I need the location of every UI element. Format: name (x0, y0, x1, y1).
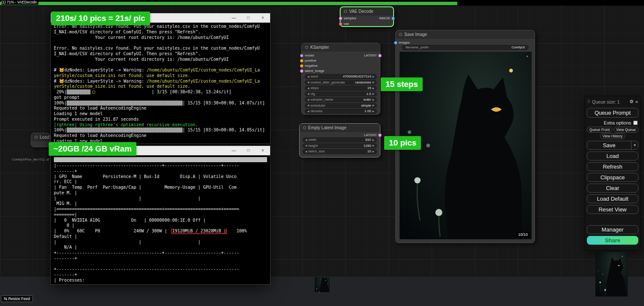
widget-decrement-icon[interactable]: ◀ (307, 98, 309, 101)
widget-decrement-icon[interactable]: ◀ (305, 139, 307, 141)
node-empty-latent-image[interactable]: Empty Latent Image LATENT ◀width832▶ ◀he… (299, 123, 380, 157)
widget-batch-size[interactable]: ◀batch_size10▶ (303, 149, 377, 154)
widget-decrement-icon[interactable]: ◀ (307, 104, 309, 107)
clear-button[interactable]: Clear (587, 184, 638, 193)
comfyui-canvas[interactable]: Load C ComfyUI/Flux_dev-f1Q..af KSampler… (0, 0, 644, 306)
input-port-vae[interactable]: vae (339, 22, 349, 26)
terminal-window-comfyui-log[interactable]: — □ × Error. No naistyles.csv found. Put… (50, 13, 271, 144)
widget-control-after-generate[interactable]: ◀control_after_generaterandomize▶ (305, 80, 377, 85)
widget-width[interactable]: ◀width832▶ (303, 137, 377, 143)
port-dot-icon[interactable] (300, 64, 303, 68)
collapse-dot-icon[interactable] (35, 136, 38, 139)
input-port-positive[interactable]: positive (300, 59, 316, 62)
sidebar-image-thumbnail[interactable] (595, 252, 628, 297)
widget-decrement-icon[interactable]: ◀ (307, 110, 309, 113)
input-port-latent-image[interactable]: latent_image (300, 69, 324, 73)
save-button[interactable]: Save ▼ (587, 141, 638, 150)
image-close-icon[interactable]: × (525, 54, 529, 59)
port-dot-icon[interactable] (300, 54, 303, 57)
widget-filename-prefix[interactable]: filename_prefixComfyUI (402, 45, 529, 50)
node-vae-decode[interactable]: VAE Decode samples vae IMAGE (340, 6, 394, 27)
port-dot-icon[interactable] (391, 17, 395, 20)
close-icon[interactable]: × (256, 146, 270, 155)
port-dot-icon[interactable] (378, 54, 382, 57)
collapse-dot-icon[interactable] (303, 126, 306, 129)
widget-cfg[interactable]: ◀cfg1.0▶ (305, 92, 377, 97)
widget-decrement-icon[interactable]: ◀ (305, 144, 307, 147)
node-load-checkpoint[interactable]: Load C (31, 133, 50, 147)
collapse-dot-icon[interactable] (305, 46, 308, 49)
widget-seed[interactable]: ◀seed470000814227114▶ (305, 74, 377, 79)
input-port-samples[interactable]: samples (339, 16, 356, 20)
feed-image-thumbnail[interactable] (314, 276, 330, 293)
port-dot-icon[interactable] (394, 41, 397, 45)
collapse-dot-icon[interactable] (399, 33, 402, 36)
widget-denoise[interactable]: ◀denoise1.00▶ (305, 109, 377, 114)
resize-feed-button[interactable]: ⇆ Resize Feed (1, 295, 33, 302)
node-titlebar[interactable]: KSampler (302, 43, 380, 51)
load-default-button[interactable]: Load Default (587, 194, 638, 203)
node-titlebar[interactable]: Load C (31, 133, 50, 141)
collapse-dot-icon[interactable] (344, 10, 347, 13)
widget-sampler-name[interactable]: ◀sampler_nameeuler▶ (305, 97, 377, 102)
drag-handle-icon[interactable]: ⠿ (587, 99, 590, 104)
manager-button[interactable]: Manager (587, 225, 638, 234)
widget-value: simple (326, 104, 371, 107)
input-port-negative[interactable]: negative (300, 64, 318, 68)
node-titlebar[interactable]: Save Image (396, 30, 535, 39)
widget-scheduler[interactable]: ◀schedulersimple▶ (305, 103, 377, 108)
minimize-icon[interactable]: — (226, 13, 241, 23)
widget-increment-icon[interactable]: ▶ (372, 104, 374, 107)
settings-gear-icon[interactable]: ⚙ (629, 99, 634, 104)
port-dot-icon[interactable] (300, 59, 303, 62)
widget-increment-icon[interactable]: ▶ (372, 81, 374, 83)
queue-front-button[interactable]: Queue Front (587, 127, 612, 133)
maximize-icon[interactable]: □ (241, 13, 256, 23)
widget-increment-icon[interactable]: ▶ (372, 110, 374, 113)
widget-increment-icon[interactable]: ▶ (372, 139, 374, 141)
close-icon[interactable]: × (256, 13, 270, 23)
output-port-image[interactable]: IMAGE (379, 16, 395, 20)
widget-height[interactable]: ◀height1280▶ (303, 143, 377, 149)
node-ksampler[interactable]: KSampler model positive negative latent_… (301, 43, 380, 115)
view-queue-button[interactable]: View Queue (614, 127, 638, 133)
port-dot-icon[interactable] (300, 69, 303, 73)
reset-view-button[interactable]: Reset View (587, 205, 638, 214)
port-dot-icon[interactable] (339, 17, 342, 20)
minimize-icon[interactable]: — (226, 146, 241, 155)
view-history-button[interactable]: View History (600, 133, 625, 139)
widget-increment-icon[interactable]: ▶ (372, 92, 374, 95)
clipspace-button[interactable]: Clipspace (587, 173, 638, 182)
save-dropdown-arrow-icon[interactable]: ▼ (631, 141, 638, 149)
node-titlebar[interactable]: VAE Decode (341, 7, 393, 15)
widget-steps[interactable]: ◀steps15▶ (305, 86, 377, 91)
node-titlebar[interactable]: Empty Latent Image (300, 124, 380, 132)
input-port-model[interactable]: model (300, 53, 314, 57)
log-line: 0 | (54, 223, 267, 229)
terminal-window-nvidia-smi[interactable]: — □ × |---------------------------------… (50, 146, 271, 285)
port-dot-icon[interactable] (378, 134, 382, 137)
maximize-icon[interactable]: □ (241, 146, 256, 155)
save-button-label[interactable]: Save (587, 141, 631, 149)
input-port-images[interactable]: images (394, 41, 410, 45)
widget-decrement-icon[interactable]: ◀ (307, 81, 309, 83)
share-button[interactable]: Share (587, 236, 638, 245)
widget-increment-icon[interactable]: ▶ (372, 144, 374, 147)
widget-increment-icon[interactable]: ▶ (372, 98, 374, 101)
widget-decrement-icon[interactable]: ◀ (307, 87, 309, 89)
widget-increment-icon[interactable]: ▶ (372, 75, 374, 78)
extra-options-checkbox[interactable] (633, 121, 638, 125)
widget-increment-icon[interactable]: ▶ (372, 150, 374, 153)
widget-decrement-icon[interactable]: ◀ (305, 150, 307, 153)
output-port-latent[interactable]: LATENT (364, 133, 382, 137)
widget-decrement-icon[interactable]: ◀ (307, 92, 309, 95)
widget-increment-icon[interactable]: ▶ (372, 87, 374, 89)
port-dot-icon[interactable] (339, 22, 342, 26)
queue-prompt-button[interactable]: Queue Prompt (587, 108, 638, 118)
menu-close-icon[interactable]: × (635, 99, 638, 104)
refresh-button[interactable]: Refresh (587, 162, 638, 171)
load-button[interactable]: Load (587, 152, 638, 160)
log-text: Loading 1 new model (54, 111, 103, 116)
output-port-latent[interactable]: LATENT (364, 53, 382, 57)
widget-decrement-icon[interactable]: ◀ (307, 75, 309, 78)
